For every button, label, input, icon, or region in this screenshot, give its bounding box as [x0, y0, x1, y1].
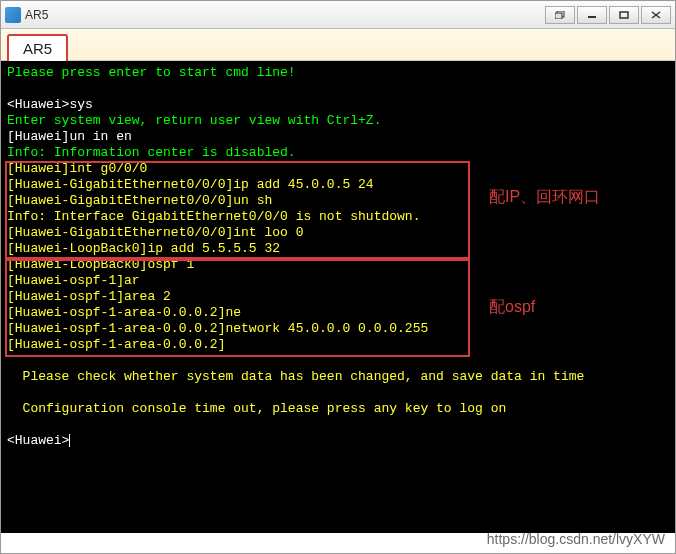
terminal-line: <Huawei>sys [7, 97, 669, 113]
close-button[interactable] [641, 6, 671, 24]
window-title: AR5 [25, 8, 543, 22]
maximize-button[interactable] [609, 6, 639, 24]
terminal-line [7, 81, 669, 97]
terminal-line [7, 353, 669, 369]
svg-rect-3 [620, 12, 628, 18]
terminal-line [7, 417, 669, 433]
terminal-line: [Huawei-ospf-1]ar [7, 273, 669, 289]
tab-ar5[interactable]: AR5 [7, 34, 68, 61]
terminal-line: [Huawei-ospf-1-area-0.0.0.2]ne [7, 305, 669, 321]
annotation-label-ip: 配IP、回环网口 [489, 189, 600, 205]
terminal-line: Please press enter to start cmd line! [7, 65, 669, 81]
app-icon [5, 7, 21, 23]
watermark: https://blog.csdn.net/lvyXYW [487, 531, 665, 547]
annotation-label-ospf: 配ospf [489, 299, 535, 315]
terminal-line: Please check whether system data has bee… [7, 369, 669, 385]
terminal-line: Enter system view, return user view with… [7, 113, 669, 129]
terminal-line: [Huawei]un in en [7, 129, 669, 145]
window-titlebar: AR5 [1, 1, 675, 29]
terminal-line: [Huawei-ospf-1]area 2 [7, 289, 669, 305]
terminal-line: [Huawei-ospf-1-area-0.0.0.2]network 45.0… [7, 321, 669, 337]
window-controls [543, 6, 671, 24]
terminal-line: [Huawei-ospf-1-area-0.0.0.2] [7, 337, 669, 353]
terminal-line: [Huawei-LoopBack0]ospf 1 [7, 257, 669, 273]
svg-rect-1 [555, 13, 562, 19]
terminal[interactable]: Please press enter to start cmd line! <H… [1, 61, 675, 533]
terminal-line: Info: Information center is disabled. [7, 145, 669, 161]
terminal-line: <Huawei> [7, 433, 669, 449]
terminal-line [7, 385, 669, 401]
terminal-line: [Huawei]int g0/0/0 [7, 161, 669, 177]
terminal-line: Info: Interface GigabitEthernet0/0/0 is … [7, 209, 669, 225]
terminal-line: [Huawei-GigabitEthernet0/0/0]int loo 0 [7, 225, 669, 241]
terminal-line: Configuration console time out, please p… [7, 401, 669, 417]
restore-button[interactable] [545, 6, 575, 24]
minimize-button[interactable] [577, 6, 607, 24]
tab-bar: AR5 [1, 29, 675, 61]
terminal-line: [Huawei-LoopBack0]ip add 5.5.5.5 32 [7, 241, 669, 257]
